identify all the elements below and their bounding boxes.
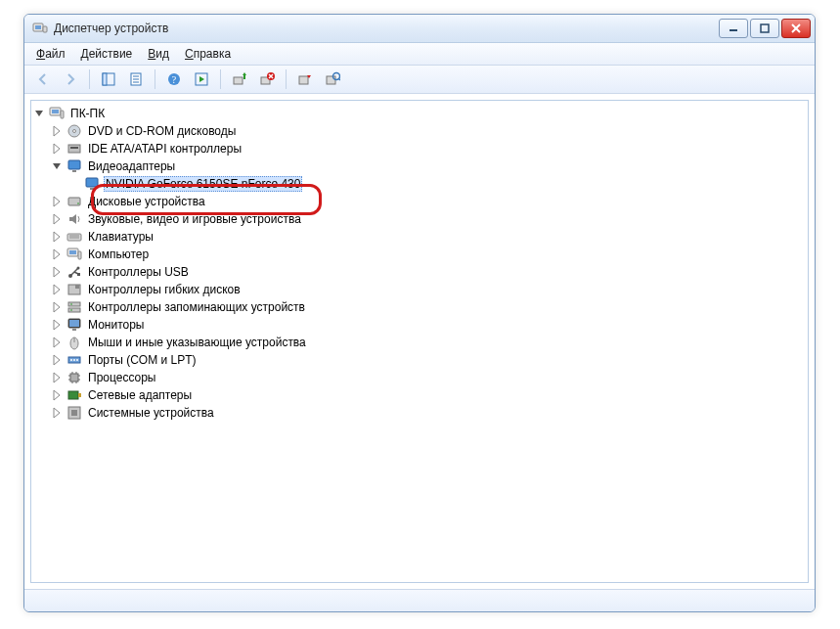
tree-category[interactable]: Звуковые, видео и игровые устройства bbox=[33, 210, 806, 228]
tree-category[interactable]: DVD и CD-ROM дисководы bbox=[33, 122, 806, 140]
tree-category[interactable]: Мыши и иные указывающие устройства bbox=[33, 334, 806, 351]
tree-category[interactable]: Мониторы bbox=[33, 316, 806, 334]
tree-category[interactable]: Компьютер bbox=[33, 246, 806, 263]
tree-category-label: Клавиатуры bbox=[86, 229, 155, 245]
ide-icon bbox=[66, 141, 82, 157]
svg-rect-4 bbox=[761, 24, 769, 32]
window-buttons bbox=[719, 19, 811, 38]
tree-category-label: Мониторы bbox=[86, 317, 146, 333]
tree-category-label: Видеоадаптеры bbox=[86, 158, 177, 174]
tree-category[interactable]: Клавиатуры bbox=[33, 228, 806, 246]
svg-rect-8 bbox=[103, 73, 107, 85]
display-icon bbox=[84, 176, 100, 192]
toolbar-separator bbox=[155, 69, 155, 89]
system-icon bbox=[66, 405, 82, 421]
tree-expander[interactable] bbox=[51, 160, 63, 172]
tree-category-label: IDE ATA/ATAPI контроллеры bbox=[86, 141, 243, 157]
tree-category-label: Сетевые адаптеры bbox=[86, 387, 194, 403]
nic-icon bbox=[66, 387, 82, 403]
tree-category-label: Системные устройства bbox=[86, 405, 216, 421]
forward-button[interactable] bbox=[58, 67, 83, 92]
tree-expander[interactable] bbox=[51, 125, 63, 137]
tree-expander[interactable] bbox=[51, 143, 63, 155]
tree-category-label: Контроллеры запоминающих устройств bbox=[86, 299, 307, 315]
tree-expander[interactable] bbox=[51, 407, 63, 419]
tree-expander[interactable] bbox=[51, 196, 63, 207]
statusbar bbox=[24, 589, 815, 611]
show-hide-console-tree-button[interactable] bbox=[96, 67, 121, 92]
tree-device[interactable]: NVIDIA GeForce 6150SE nForce 430 bbox=[33, 175, 806, 193]
close-button[interactable] bbox=[781, 19, 811, 38]
tree-expander[interactable] bbox=[51, 389, 63, 401]
monitor-icon bbox=[66, 317, 82, 333]
back-button[interactable] bbox=[30, 67, 56, 92]
toolbar-separator bbox=[89, 69, 90, 89]
tree-category-label: Контроллеры гибких дисков bbox=[86, 282, 243, 297]
svg-line-26 bbox=[338, 78, 340, 80]
svg-rect-17 bbox=[234, 77, 243, 84]
titlebar: Диспетчер устройств bbox=[24, 15, 815, 43]
tree-category-label: DVD и CD-ROM дисководы bbox=[86, 123, 238, 139]
window-title: Диспетчер устройств bbox=[54, 22, 719, 35]
tree-expander[interactable] bbox=[51, 301, 63, 313]
tree-category[interactable]: IDE ATA/ATAPI контроллеры bbox=[33, 140, 806, 157]
disable-button[interactable] bbox=[292, 67, 318, 92]
tree-category[interactable]: Видеоадаптеры bbox=[33, 157, 806, 175]
device-tree[interactable]: ПК-ПК DVD и CD-ROM дисководы IDE ATA/ATA… bbox=[30, 100, 809, 583]
tree-category[interactable]: Дисковые устройства bbox=[33, 193, 806, 210]
tree-category[interactable]: Контроллеры гибких дисков bbox=[33, 281, 806, 298]
properties-button[interactable] bbox=[123, 67, 149, 92]
tree-category[interactable]: Контроллеры запоминающих устройств bbox=[33, 298, 806, 316]
update-driver-button[interactable] bbox=[227, 67, 252, 92]
menu-help[interactable]: Справка bbox=[177, 43, 239, 65]
menu-file[interactable]: Файл bbox=[28, 43, 73, 65]
toolbar-separator bbox=[220, 69, 221, 89]
tree-expander[interactable] bbox=[51, 231, 63, 243]
disc-icon bbox=[66, 123, 82, 139]
port-icon bbox=[66, 352, 82, 368]
hdd-icon bbox=[66, 194, 82, 209]
app-icon bbox=[32, 21, 48, 36]
minimize-button[interactable] bbox=[719, 19, 748, 38]
tree-expander[interactable] bbox=[51, 354, 63, 366]
tree-category[interactable]: Процессоры bbox=[33, 369, 806, 386]
tree-root-label: ПК-ПК bbox=[68, 106, 107, 121]
sound-icon bbox=[66, 211, 82, 227]
usb-icon bbox=[66, 264, 82, 280]
svg-marker-16 bbox=[199, 76, 204, 82]
svg-rect-23 bbox=[299, 76, 308, 84]
tree-category[interactable]: Порты (COM и LPT) bbox=[33, 351, 806, 369]
scan-hardware-button[interactable] bbox=[320, 67, 345, 92]
tree-category-label: Порты (COM и LPT) bbox=[86, 352, 199, 368]
display-icon bbox=[66, 158, 82, 174]
tree-expander[interactable] bbox=[51, 337, 63, 348]
tree-category-label: Контроллеры USB bbox=[86, 264, 191, 280]
menu-view[interactable]: Вид bbox=[140, 43, 177, 65]
tree-expander[interactable] bbox=[51, 213, 63, 225]
fdc-icon bbox=[66, 282, 82, 297]
content-area: ПК-ПК DVD и CD-ROM дисководы IDE ATA/ATA… bbox=[24, 94, 815, 589]
action-button[interactable] bbox=[189, 67, 214, 92]
tree-category[interactable]: Системные устройства bbox=[33, 404, 806, 422]
window-frame: Диспетчер устройств Файл Действие Вид Сп… bbox=[23, 14, 816, 612]
uninstall-button[interactable] bbox=[254, 67, 280, 92]
tree-expander[interactable] bbox=[51, 319, 63, 331]
tree-category[interactable]: Контроллеры USB bbox=[33, 263, 806, 281]
menubar: Файл Действие Вид Справка bbox=[24, 43, 815, 66]
tree-category[interactable]: Сетевые адаптеры bbox=[33, 386, 806, 404]
help-button[interactable]: ? bbox=[161, 67, 187, 92]
maximize-button[interactable] bbox=[750, 19, 779, 38]
tree-expander[interactable] bbox=[33, 108, 45, 119]
svg-text:?: ? bbox=[172, 74, 177, 85]
tree-category-label: Дисковые устройства bbox=[86, 194, 207, 209]
tree-expander[interactable] bbox=[51, 284, 63, 295]
tree-expander[interactable] bbox=[51, 266, 63, 278]
tree-expander[interactable] bbox=[51, 372, 63, 383]
tree-expander[interactable] bbox=[51, 248, 63, 260]
mouse-icon bbox=[66, 335, 82, 350]
tree-root[interactable]: ПК-ПК bbox=[33, 105, 806, 122]
menu-action[interactable]: Действие bbox=[73, 43, 141, 65]
storage-icon bbox=[66, 299, 82, 315]
computer-icon bbox=[49, 106, 65, 121]
toolbar: ? bbox=[24, 66, 815, 94]
